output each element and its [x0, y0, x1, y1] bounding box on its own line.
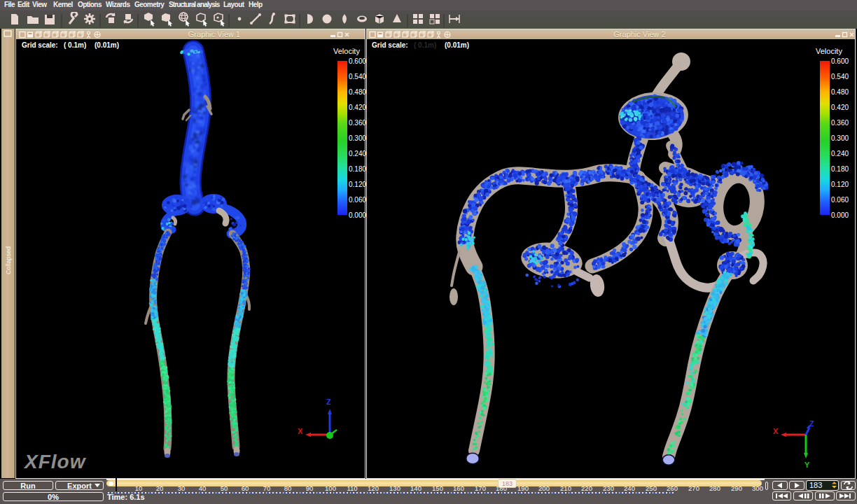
- svg-text:X: X: [298, 427, 303, 435]
- svg-text:X: X: [773, 427, 779, 435]
- svg-text:Z: Z: [809, 419, 814, 428]
- svg-text:Z: Z: [326, 398, 331, 406]
- svg-text:Y: Y: [804, 461, 810, 469]
